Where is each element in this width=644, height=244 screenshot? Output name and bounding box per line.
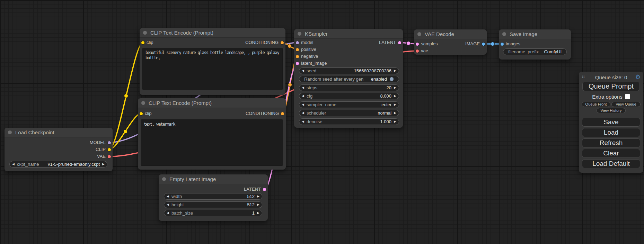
extra-options-checkbox[interactable] (625, 94, 630, 99)
increment-arrow-icon[interactable]: ▶ (394, 86, 396, 89)
widget-sampler-name[interactable]: ◀ sampler_name euler ▶ (299, 101, 399, 108)
refresh-button[interactable]: Refresh (582, 138, 640, 147)
widget-height[interactable]: ◀ height 512 ▶ (164, 201, 262, 208)
link-midpoint-dot[interactable] (407, 42, 411, 45)
node-title-bar[interactable]: Save Image (499, 29, 571, 39)
increment-arrow-icon[interactable]: ▶ (257, 211, 259, 215)
model-output-port[interactable] (107, 141, 111, 145)
node-save-image[interactable]: Save Image images filename_prefix ComfyU… (499, 29, 571, 60)
node-load-checkpoint[interactable]: Load Checkpoint MODEL CLIP VAE ◀ ckpt_na… (5, 128, 113, 171)
increment-arrow-icon[interactable]: ▶ (394, 111, 396, 115)
image-output-port[interactable] (482, 42, 485, 46)
widget-name: cfg (307, 93, 312, 99)
decrement-arrow-icon[interactable]: ◀ (302, 69, 304, 72)
latent-output-label: LATENT (379, 40, 396, 45)
decrement-arrow-icon[interactable]: ◀ (302, 120, 304, 123)
conditioning-output-port[interactable] (281, 112, 284, 116)
queue-menu-panel[interactable]: ⠿ Queue size: 0 ⚙ Queue Prompt Extra opt… (579, 72, 643, 173)
decrement-arrow-icon[interactable]: ◀ (302, 86, 304, 89)
widget-width[interactable]: ◀ width 512 ▶ (164, 193, 262, 200)
link-midpoint-dot[interactable] (124, 94, 128, 98)
widget-seed[interactable]: ◀ seed 156680208700286 ▶ (299, 67, 399, 74)
images-input-port[interactable] (500, 42, 504, 46)
load-default-button[interactable]: Load Default (582, 159, 640, 168)
node-title-bar[interactable]: CLIP Text Encode (Prompt) (140, 28, 285, 38)
model-input-port[interactable] (295, 41, 299, 45)
node-title-bar[interactable]: Empty Latent Image (159, 174, 268, 184)
increment-arrow-icon[interactable]: ▶ (394, 69, 396, 72)
node-title-bar[interactable]: KSampler (294, 29, 403, 39)
queue-prompt-button[interactable]: Queue Prompt (582, 82, 640, 91)
node-collapse-dot[interactable] (141, 101, 145, 105)
widget-scheduler[interactable]: ◀ scheduler normal ▶ (299, 110, 399, 116)
widget-name: denoise (307, 119, 323, 124)
increment-arrow-icon[interactable]: ▶ (394, 103, 396, 106)
decrement-arrow-icon[interactable]: ◀ (12, 163, 15, 166)
node-clip-text-encode-positive[interactable]: CLIP Text Encode (Prompt) clip CONDITION… (140, 28, 285, 95)
vae-output-label: VAE (97, 154, 106, 159)
node-collapse-dot[interactable] (162, 177, 166, 181)
widget-name: seed (307, 68, 316, 73)
widget-cfg[interactable]: ◀ cfg 8.000 ▶ (299, 93, 399, 99)
increment-arrow-icon[interactable]: ▶ (102, 163, 105, 166)
view-history-button[interactable]: View History (597, 108, 626, 113)
clear-button[interactable]: Clear (582, 149, 640, 158)
positive-input-port[interactable] (295, 48, 299, 52)
node-collapse-dot[interactable] (298, 32, 301, 36)
node-empty-latent-image[interactable]: Empty Latent Image LATENT ◀ width 512 ▶ … (159, 174, 268, 221)
save-button[interactable]: Save (582, 118, 640, 127)
link-midpoint-dot[interactable] (491, 42, 495, 46)
latent-image-input-port[interactable] (295, 62, 299, 65)
vae-input-port[interactable] (415, 49, 419, 53)
node-collapse-dot[interactable] (502, 32, 506, 36)
settings-gear-icon[interactable]: ⚙ (635, 73, 641, 80)
increment-arrow-icon[interactable]: ▶ (257, 203, 259, 206)
widget-batch-size[interactable]: ◀ batch_size 1 ▶ (164, 210, 262, 216)
toggle-indicator[interactable] (389, 77, 394, 81)
queue-size-label: Queue size: 0 (579, 74, 643, 80)
node-graph-canvas[interactable]: Load Checkpoint MODEL CLIP VAE ◀ ckpt_na… (0, 0, 644, 244)
node-ksampler[interactable]: KSampler model positive negative latent_… (294, 29, 403, 128)
decrement-arrow-icon[interactable]: ◀ (167, 195, 169, 198)
widget-random-seed-toggle[interactable]: Random seed after every gen enabled (299, 76, 399, 82)
clip-output-port[interactable] (107, 148, 111, 152)
negative-input-port[interactable] (295, 55, 299, 58)
conditioning-output-port[interactable] (280, 41, 284, 45)
decrement-arrow-icon[interactable]: ◀ (302, 111, 304, 115)
decrement-arrow-icon[interactable]: ◀ (302, 103, 304, 106)
widget-value: 512 (247, 194, 255, 199)
load-button[interactable]: Load (582, 128, 640, 137)
node-title-bar[interactable]: VAE Decode (414, 29, 487, 39)
increment-arrow-icon[interactable]: ▶ (394, 94, 396, 98)
link-midpoint-dot[interactable] (288, 83, 292, 87)
node-title-bar[interactable]: CLIP Text Encode (Prompt) (138, 98, 286, 108)
widget-filename-prefix[interactable]: filename_prefix ComfyUI (503, 48, 567, 55)
view-queue-button[interactable]: View Queue (611, 102, 641, 107)
latent-output-port[interactable] (398, 41, 402, 45)
link-midpoint-dot[interactable] (124, 130, 127, 134)
node-collapse-dot[interactable] (417, 32, 421, 36)
widget-ckpt-name[interactable]: ◀ ckpt_name v1-5-pruned-emaonly.ckpt ▶ (9, 161, 107, 168)
node-vae-decode[interactable]: VAE Decode samples vae IMAGE (414, 29, 487, 55)
node-collapse-dot[interactable] (143, 31, 147, 35)
decrement-arrow-icon[interactable]: ◀ (302, 94, 304, 98)
latent-output-port[interactable] (263, 188, 266, 191)
clip-input-port[interactable] (141, 41, 145, 45)
queue-front-button[interactable]: Queue Front (582, 102, 610, 107)
decrement-arrow-icon[interactable]: ◀ (167, 203, 169, 206)
node-title: CLIP Text Encode (Prompt) (149, 98, 212, 108)
clip-input-port[interactable] (139, 112, 143, 116)
node-collapse-dot[interactable] (8, 130, 12, 134)
widget-steps[interactable]: ◀ steps 20 ▶ (299, 84, 399, 91)
link-midpoint-dot[interactable] (288, 44, 292, 48)
samples-input-port[interactable] (415, 42, 419, 46)
vae-output-port[interactable] (107, 155, 111, 159)
widget-denoise[interactable]: ◀ denoise 1.000 ▶ (299, 118, 399, 125)
node-clip-text-encode-negative[interactable]: CLIP Text Encode (Prompt) clip CONDITION… (138, 98, 286, 170)
decrement-arrow-icon[interactable]: ◀ (167, 211, 169, 215)
increment-arrow-icon[interactable]: ▶ (394, 120, 396, 123)
negative-prompt-textarea[interactable]: text, watermark (141, 119, 283, 166)
node-title-bar[interactable]: Load Checkpoint (5, 128, 113, 137)
increment-arrow-icon[interactable]: ▶ (257, 195, 259, 198)
positive-prompt-textarea[interactable]: beautiful scenery nature glass bottle la… (142, 48, 283, 90)
